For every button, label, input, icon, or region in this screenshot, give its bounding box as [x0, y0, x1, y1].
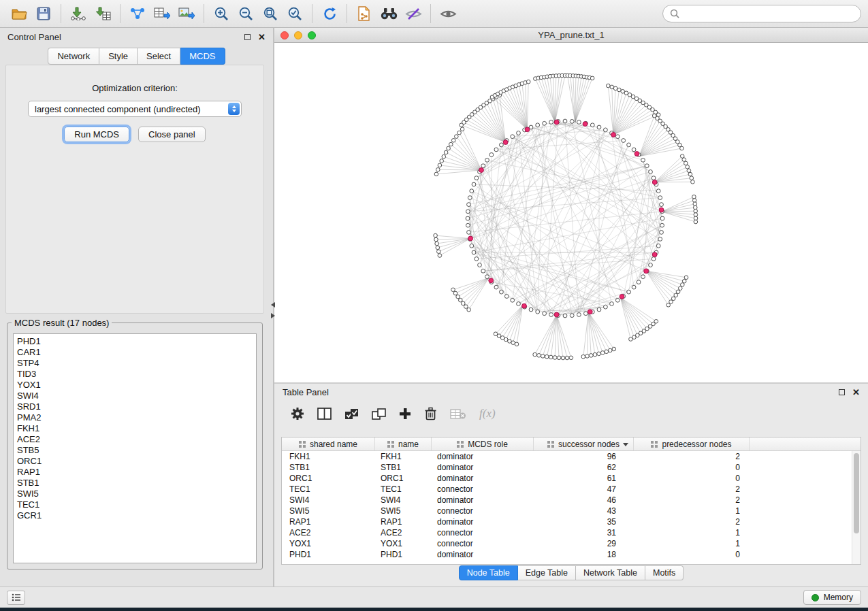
add-column-button[interactable]	[399, 408, 411, 420]
mcds-result-item[interactable]: STB1	[17, 478, 253, 489]
table-cell: ACE2	[282, 527, 375, 538]
float-panel-icon[interactable]	[839, 389, 845, 395]
mcds-result-item[interactable]: STP4	[17, 358, 253, 369]
desktop-background	[0, 608, 868, 611]
export-network-button[interactable]	[125, 3, 150, 24]
scrollbar-thumb[interactable]	[854, 453, 859, 533]
window-minimize-icon[interactable]	[294, 31, 302, 39]
control-panel-header: Control Panel ✕	[0, 28, 273, 46]
mcds-result-item[interactable]: ACE2	[17, 434, 253, 445]
search-input[interactable]	[684, 9, 854, 19]
table-row[interactable]: STB1STB1dominator620	[282, 462, 852, 473]
mcds-result-item[interactable]: CAR1	[17, 347, 253, 358]
table-cell: 1	[634, 538, 750, 549]
save-session-button[interactable]	[31, 3, 56, 24]
close-panel-icon[interactable]: ✕	[258, 33, 266, 42]
select-all-button[interactable]	[344, 408, 359, 420]
table-cell: STB1	[375, 462, 432, 473]
mcds-result-item[interactable]: ORC1	[17, 456, 253, 467]
close-panel-icon[interactable]: ✕	[852, 388, 860, 397]
zoom-out-icon	[238, 6, 254, 22]
table-cell: 46	[534, 495, 634, 506]
table-cell: 31	[534, 527, 634, 538]
select-stepper-icon	[228, 103, 240, 115]
tab-network[interactable]: Network	[48, 48, 99, 65]
splitter-collapse-handle[interactable]	[270, 302, 276, 318]
show-columns-button[interactable]	[317, 408, 332, 420]
table-scrollbar[interactable]	[852, 451, 861, 564]
column-header-shared-name[interactable]: shared name	[282, 437, 375, 450]
find-button[interactable]	[376, 3, 401, 24]
zoom-fit-button[interactable]	[258, 3, 283, 24]
trash-icon	[424, 407, 437, 420]
import-network-icon	[70, 7, 86, 20]
mcds-result-item[interactable]: FKH1	[17, 423, 253, 434]
mcds-result-item[interactable]: SWI4	[17, 391, 253, 401]
show-graphics-details-button[interactable]	[436, 3, 460, 24]
column-header-successor-nodes[interactable]: successor nodes	[534, 437, 634, 450]
binoculars-icon	[380, 7, 398, 20]
window-close-icon[interactable]	[280, 31, 289, 39]
delete-column-button[interactable]	[424, 407, 437, 420]
network-graph[interactable]	[274, 43, 868, 382]
mcds-result-item[interactable]: RAP1	[17, 467, 253, 478]
mcds-result-item[interactable]: PMA2	[17, 412, 253, 423]
table-panel-header: Table Panel ✕	[274, 384, 868, 400]
zoom-in-button[interactable]	[209, 3, 234, 24]
float-panel-icon[interactable]	[244, 34, 251, 40]
window-maximize-icon[interactable]	[308, 31, 316, 39]
table-cell: dominator	[432, 451, 534, 462]
mcds-result-item[interactable]: STB5	[17, 445, 253, 456]
column-header-name[interactable]: name	[375, 437, 432, 450]
memory-button[interactable]: Memory	[803, 590, 861, 605]
mcds-result-item[interactable]: GCR1	[17, 510, 253, 521]
close-panel-button[interactable]: Close panel	[138, 127, 206, 142]
deselect-all-button[interactable]	[372, 408, 386, 420]
import-network-file-button[interactable]	[66, 3, 91, 24]
hide-graphics-details-button[interactable]	[401, 3, 425, 24]
table-row[interactable]: TEC1TEC1connector472	[282, 484, 852, 495]
status-menu-button[interactable]	[7, 591, 25, 605]
tab-style[interactable]: Style	[99, 48, 138, 65]
tab-motifs[interactable]: Motifs	[645, 565, 684, 580]
refresh-layout-button[interactable]	[317, 3, 342, 24]
export-image-button[interactable]	[174, 3, 199, 24]
node-table-body: FKH1FKH1dominator962STB1STB1dominator620…	[282, 451, 852, 564]
list-icon	[12, 593, 21, 601]
tab-select[interactable]: Select	[138, 48, 180, 65]
column-header-mcds-role[interactable]: MCDS role	[432, 437, 534, 450]
table-cell: ORC1	[282, 473, 375, 484]
zoom-selected-button[interactable]	[283, 3, 307, 24]
tab-mcds[interactable]: MCDS	[180, 48, 225, 65]
optimization-criterion-select[interactable]: largest connected component (undirected)	[28, 101, 242, 117]
open-file-button[interactable]	[7, 3, 31, 24]
tab-edge-table[interactable]: Edge Table	[518, 565, 576, 580]
table-row[interactable]: FKH1FKH1dominator962	[282, 451, 852, 462]
table-row[interactable]: ORC1ORC1dominator610	[282, 473, 852, 484]
export-table-button[interactable]	[150, 3, 174, 24]
network-canvas[interactable]	[274, 43, 868, 382]
table-row[interactable]: ACE2ACE2connector311	[282, 527, 852, 538]
mcds-result-item[interactable]: TEC1	[17, 499, 253, 510]
table-row[interactable]: SWI5SWI5connector431	[282, 506, 852, 516]
table-cell: YOX1	[282, 538, 375, 549]
table-row[interactable]: RAP1RAP1dominator352	[282, 516, 852, 527]
run-mcds-button[interactable]: Run MCDS	[64, 127, 129, 142]
sort-descending-icon	[623, 443, 628, 446]
tab-network-table[interactable]: Network Table	[576, 565, 645, 580]
zoom-out-button[interactable]	[234, 3, 258, 24]
import-table-file-button[interactable]	[91, 3, 115, 24]
table-row[interactable]: PHD1PHD1dominator180	[282, 549, 852, 560]
mcds-result-item[interactable]: SWI5	[17, 489, 253, 499]
mcds-result-item[interactable]: TID3	[17, 369, 253, 380]
table-row[interactable]: SWI4SWI4dominator462	[282, 495, 852, 506]
clone-network-button[interactable]	[352, 3, 376, 24]
mcds-result-item[interactable]: SRD1	[17, 401, 253, 412]
table-row[interactable]: YOX1YOX1connector291	[282, 538, 852, 549]
table-settings-button[interactable]	[291, 407, 304, 420]
tab-node-table[interactable]: Node Table	[459, 565, 518, 580]
mcds-result-item[interactable]: PHD1	[17, 336, 253, 347]
column-header-predecessor-nodes[interactable]: predecessor nodes	[634, 437, 750, 450]
mcds-options-card: Optimization criterion: largest connecte…	[5, 65, 264, 314]
mcds-result-item[interactable]: YOX1	[17, 380, 253, 391]
